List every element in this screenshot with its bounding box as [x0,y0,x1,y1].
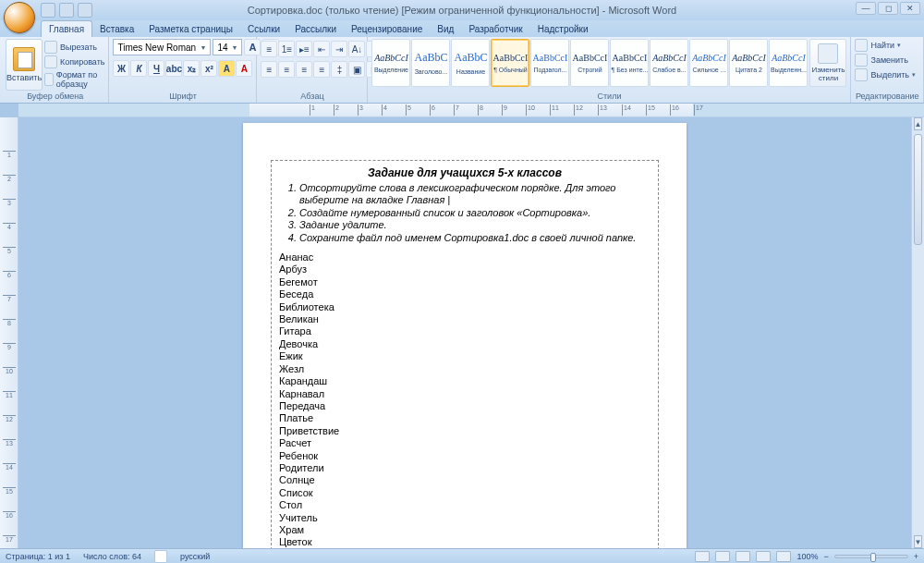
tab-page-layout[interactable]: Разметка страницы [141,21,240,37]
word-item: Библиотека [279,301,650,313]
font-size-combo[interactable]: 14▼ [213,39,242,55]
tab-insert[interactable]: Вставка [92,21,141,37]
style-card[interactable]: AaBbCcIВыделение [371,39,410,87]
scroll-up-button[interactable]: ▲ [914,117,922,130]
word-item: Расчет [279,437,650,449]
highlight-button[interactable]: A [218,60,235,77]
zoom-out-button[interactable]: − [823,552,828,561]
view-draft-button[interactable] [776,551,791,562]
view-web-layout-button[interactable] [736,551,750,562]
subscript-button[interactable]: x₂ [183,60,200,77]
scroll-thumb[interactable] [914,134,922,245]
italic-button[interactable]: К [130,60,147,77]
status-wordcount[interactable]: Число слов: 64 [83,552,141,561]
replace-button[interactable]: Заменить [855,54,916,67]
font-size-value: 14 [217,43,227,53]
multilevel-button[interactable]: ▸≡ [296,41,312,57]
view-print-layout-button[interactable] [695,551,710,562]
spell-check-icon[interactable] [154,550,167,563]
style-card[interactable]: AaBbCcIСильное ... [689,39,728,87]
bullets-button[interactable]: ≡ [261,41,277,57]
office-button[interactable] [4,2,35,33]
justify-button[interactable]: ≡ [313,61,330,78]
tab-mailings[interactable]: Рассылки [287,21,344,37]
view-outline-button[interactable] [756,551,771,562]
font-color-button[interactable]: A [236,60,252,77]
indent-button[interactable]: ⇥ [331,41,347,57]
style-card[interactable]: AaBbCcIЦитата 2 [729,39,768,87]
minimize-button[interactable]: — [856,2,876,15]
strike-button[interactable]: abc [165,60,182,77]
zoom-slider[interactable] [834,555,908,558]
horizontal-ruler[interactable]: 1234567891011121314151617 [18,104,924,117]
tab-review[interactable]: Рецензирование [344,21,430,37]
superscript-button[interactable]: x² [201,60,217,77]
line-spacing-button[interactable]: ‡ [331,61,347,78]
word-item: Стол [279,499,650,511]
qat-undo-icon[interactable] [59,3,74,18]
bold-button[interactable]: Ж [113,60,129,77]
word-item: Цветок [279,536,650,548]
align-center-button[interactable]: ≡ [278,61,295,78]
word-item: Приветствие [279,425,650,437]
select-button[interactable]: Выделить▾ [855,68,916,81]
style-card[interactable]: AaBbCcI¶ Без инте... [610,39,649,87]
underline-button[interactable]: Ч [148,60,164,77]
status-language[interactable]: русский [180,552,210,561]
numbering-button[interactable]: 1≡ [278,41,295,57]
word-item: Солнце [279,474,650,486]
style-card[interactable]: AaBbCНазвание [451,39,490,87]
style-card[interactable]: AaBbCcIСтрогий [570,39,609,87]
paste-button[interactable]: Вставить [6,39,43,91]
find-label: Найти [870,41,894,50]
word-item: Арбуз [279,263,650,275]
page: Задание для учащихся 5-х классов Отсорти… [243,123,687,548]
align-right-button[interactable]: ≡ [296,61,312,78]
status-page[interactable]: Страница: 1 из 1 [6,552,70,561]
maximize-button[interactable]: ◻ [878,2,898,15]
zoom-in-button[interactable]: + [914,552,918,561]
shading-button[interactable]: ▣ [348,61,365,78]
style-card[interactable]: AaBbCcIСлабое в... [650,39,688,87]
select-label: Выделить [870,70,909,80]
align-left-button[interactable]: ≡ [261,61,277,78]
font-name-combo[interactable]: Times New Roman▼ [113,39,211,55]
group-editing: Найти▾ Заменить Выделить▾ Редактирование [851,37,924,103]
qat-redo-icon[interactable] [78,3,92,18]
close-button[interactable]: ✕ [900,2,920,15]
group-paragraph: ≡ 1≡ ▸≡ ⇤ ⇥ A↓ ¶ ≡ ≡ ≡ ≡ ‡ ▣ ▦ Абзац [257,37,368,103]
vertical-ruler[interactable]: 123456789101112131415161718 [0,117,18,548]
tab-home[interactable]: Главная [41,20,92,37]
styles-gallery[interactable]: AaBbCcIВыделениеAaBbCЗаголово...AaBbCНаз… [371,39,808,91]
group-editing-label: Редактирование [851,92,923,101]
sort-button[interactable]: A↓ [348,41,365,57]
style-card[interactable]: AaBbCcIВыделенн... [769,39,808,87]
cut-button[interactable]: Вырезать [44,41,104,54]
style-card[interactable]: AaBbCЗаголово... [411,39,450,87]
vertical-scrollbar[interactable]: ▲ ▼ [911,117,924,548]
tab-addins[interactable]: Надстройки [530,21,596,37]
tab-references[interactable]: Ссылки [240,21,287,37]
word-item: Беседа [279,288,650,300]
format-painter-button[interactable]: Формат по образцу [44,70,104,89]
tab-view[interactable]: Вид [430,21,461,37]
task-list: Отсортируйте слова в лексикографическом … [279,182,650,244]
copy-button[interactable]: Копировать [44,55,104,68]
document-area[interactable]: Задание для учащихся 5-х классов Отсорти… [18,117,911,548]
outdent-button[interactable]: ⇤ [313,41,330,57]
zoom-knob[interactable] [870,553,876,562]
scroll-down-button[interactable]: ▼ [914,535,922,548]
window-title: Сортировка.doc (только чтение) [Режим ог… [248,5,676,16]
change-styles-button[interactable]: Изменить стили [809,39,846,87]
tab-developer[interactable]: Разработчик [461,21,529,37]
style-card[interactable]: AaBbCcI¶ Обычный [491,39,529,87]
paste-icon [13,47,35,71]
zoom-value[interactable]: 100% [796,552,818,561]
qat-save-icon[interactable] [41,3,55,18]
style-card[interactable]: AaBbCcIПодзагол... [530,39,569,87]
word-item: Ананас [279,251,650,263]
find-button[interactable]: Найти▾ [855,39,916,52]
ribbon-tabs: Главная Вставка Разметка страницы Ссылки… [0,20,924,37]
view-full-screen-button[interactable] [715,551,730,562]
word-item: Родители [279,462,650,474]
